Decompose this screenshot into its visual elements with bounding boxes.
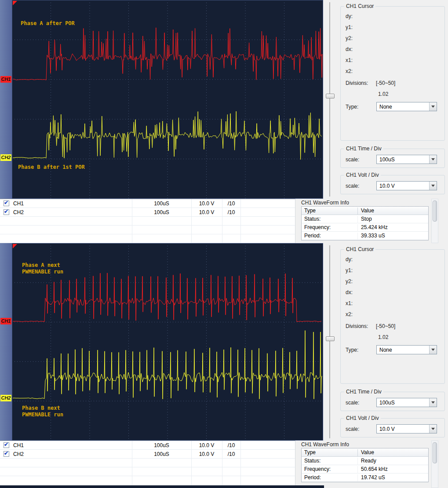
cursor-x2-label: x2: (346, 68, 353, 74)
time-scale-label: scale: (346, 157, 359, 163)
ch1-marker[interactable]: CH1 (0, 318, 11, 324)
cursor-type-label: Type: (346, 104, 358, 110)
volt-scale-value: 10.0 V (379, 183, 395, 189)
cursor-y1-label: y1: (346, 267, 353, 273)
slider-thumb[interactable] (326, 336, 335, 341)
time-div-title: CH1 Time / Div (344, 146, 383, 152)
slider-thumb[interactable] (326, 94, 335, 98)
channel-volts: 10.0 V (191, 200, 222, 207)
volt-scale-select[interactable]: 10.0 V (376, 181, 437, 190)
time-scale-select[interactable]: 100uS (376, 155, 437, 164)
cursor-y2-label: y2: (346, 278, 353, 284)
scrollbar-thumb[interactable] (433, 442, 437, 463)
info-label: Status: (302, 216, 358, 223)
info-scrollbar[interactable] (431, 441, 438, 488)
dropdown-button[interactable] (429, 155, 437, 164)
slider-track[interactable] (329, 245, 330, 438)
chevron-down-icon (431, 428, 435, 430)
column-header-value[interactable]: Value (358, 449, 428, 455)
column-header-value[interactable]: Value (358, 208, 428, 214)
info-row-status: Status: Stop (302, 215, 428, 223)
cursor-type-label: Type: (346, 347, 358, 353)
divisions-value: 1.02 (378, 334, 388, 340)
channel-name: CH2 (13, 209, 24, 215)
channel-timebase: 100uS (132, 442, 191, 448)
info-row-frequency: Frequency: 25.424 kHz (302, 223, 428, 232)
ch1-marker[interactable]: CH1 (0, 76, 11, 83)
dropdown-button[interactable] (429, 182, 437, 190)
channel-probe: /10 (222, 209, 240, 215)
channel-row-ch1[interactable]: ✔ CH1 100uS 10.0 V /10 (0, 441, 295, 450)
channel-row-ch1[interactable]: ✔ CH1 100uS 10.0 V /10 (0, 199, 295, 208)
cursor-x1-label: x1: (346, 300, 353, 306)
time-scale-select[interactable]: 100uS (376, 398, 437, 407)
waveform-info-title: CH1 WaveForm Info (301, 441, 349, 448)
cursor-type-value: None (379, 104, 392, 110)
dropdown-button[interactable] (429, 398, 437, 407)
info-value: 50.654 kHz (358, 466, 428, 472)
ch2-visible-checkbox[interactable]: ✔ (4, 451, 9, 457)
channel-row-ch2[interactable]: ✔ CH2 100uS 10.0 V /10 (0, 208, 295, 217)
ch1-cursor-group-title: CH1 Cursor (344, 3, 375, 9)
cursor-x2-label: x2: (346, 311, 353, 317)
info-value: Stop (358, 216, 428, 222)
info-label: Frequency: (302, 224, 358, 232)
slider-track[interactable] (329, 2, 330, 197)
dropdown-button[interactable] (429, 346, 437, 354)
ch2-visible-checkbox[interactable]: ✔ (4, 209, 9, 215)
ch1-visible-checkbox[interactable]: ✔ (4, 442, 9, 448)
column-header-type[interactable]: Type (302, 449, 358, 457)
channel-row-ch2[interactable]: ✔ CH2 100uS 10.0 V /10 (0, 450, 295, 459)
divisions-label: Divisions: (346, 80, 368, 86)
check-icon: ✔ (4, 208, 8, 215)
scope-slider-column (323, 243, 338, 441)
oscilloscope-capture-2: Phase A nextPWMENABLE runPhase B nextPWM… (0, 243, 448, 488)
scope-display-2: Phase A nextPWMENABLE runPhase B nextPWM… (12, 243, 323, 441)
channel-name: CH1 (13, 442, 24, 448)
chevron-down-icon (431, 349, 435, 351)
waveform-info-table: Type Value Status: Stop Frequency: 25.42… (301, 206, 429, 240)
channel-probe: /10 (222, 451, 240, 457)
divisions-range: [-50~50] (376, 80, 395, 86)
volt-scale-select[interactable]: 10.0 V (376, 424, 437, 433)
cursor-type-select[interactable]: None (376, 345, 437, 354)
chevron-down-icon (431, 401, 435, 404)
volt-scale-label: scale: (346, 426, 359, 432)
cursor-type-select[interactable]: None (376, 102, 437, 111)
ch1-cursor-group: CH1 Cursor (340, 6, 445, 141)
check-icon: ✔ (4, 450, 8, 456)
ch1-visible-checkbox[interactable]: ✔ (4, 200, 9, 206)
time-scale-label: scale: (346, 400, 359, 406)
channel-timebase: 100uS (132, 209, 191, 215)
check-icon: ✔ (4, 441, 8, 448)
status-row: ✔ CH1 100uS 10.0 V /10 ✔ CH2 100uS 10.0 … (0, 199, 448, 243)
check-icon: ✔ (4, 200, 8, 206)
scrollbar-thumb[interactable] (433, 200, 437, 222)
channel-volts: 10.0 V (191, 451, 222, 457)
volt-scale-value: 10.0 V (379, 426, 395, 432)
control-panel: CH1 Cursor dy: y1: y2: dx: x1: x2: Divis… (338, 0, 448, 199)
ch1-cursor-group: CH1 Cursor (340, 249, 445, 384)
info-row-period: Period: 39.333 uS (302, 232, 428, 240)
dropdown-button[interactable] (429, 102, 437, 111)
info-header-row: Type Value (302, 448, 428, 457)
channel-volts: 10.0 V (191, 209, 222, 215)
ch2-marker[interactable]: CH2 (0, 154, 11, 161)
divisions-range: [-50~50] (376, 323, 395, 329)
channel-volts: 10.0 V (191, 442, 222, 448)
cursor-dy-label: dy: (346, 256, 353, 262)
column-header-type[interactable]: Type (302, 208, 358, 215)
ch2-marker[interactable]: CH2 (0, 395, 11, 401)
svg-text:PWMENABLE run: PWMENABLE run (22, 269, 63, 275)
channel-probe: /10 (222, 200, 240, 207)
info-value: 39.333 uS (358, 233, 428, 239)
info-row-status: Status: Ready (302, 457, 428, 465)
cursor-y2-label: y2: (346, 35, 353, 41)
svg-text:PWMENABLE run: PWMENABLE run (22, 412, 63, 418)
waveform-info-table: Type Value Status: Ready Frequency: 50.6… (301, 448, 429, 482)
cursor-x1-label: x1: (346, 57, 353, 63)
info-scrollbar[interactable] (431, 199, 438, 243)
info-label: Frequency: (302, 466, 358, 473)
dropdown-button[interactable] (429, 425, 437, 433)
svg-text:Phase A after POR: Phase A after POR (21, 20, 75, 26)
